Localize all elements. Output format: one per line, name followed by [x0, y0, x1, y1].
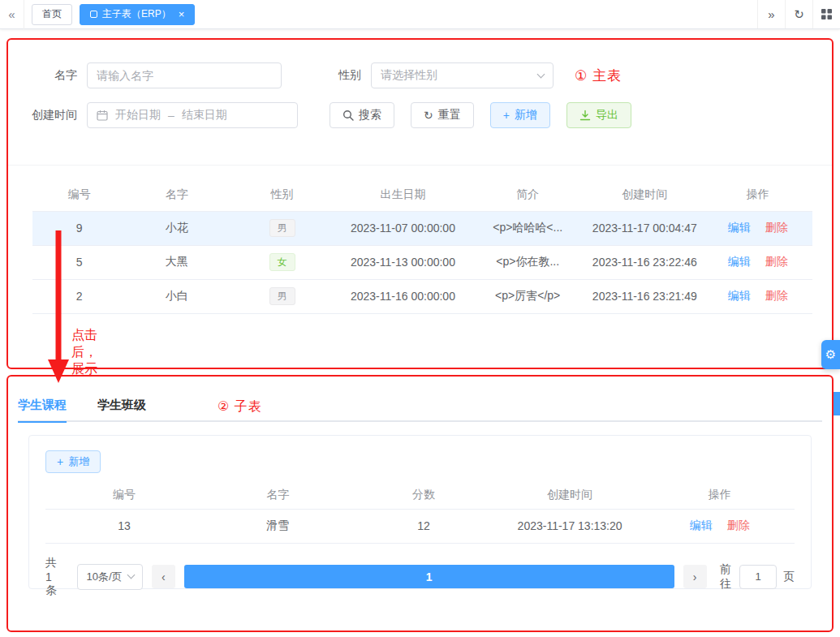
master-table-header-row: 编号 名字 性别 出生日期 简介 创建时间 操作 — [32, 179, 812, 211]
reset-icon: ↻ — [424, 110, 433, 121]
delete-link[interactable]: 删除 — [765, 221, 788, 234]
scroll-tags-right-button[interactable]: » — [757, 0, 785, 28]
delete-link[interactable]: 删除 — [765, 289, 788, 302]
download-icon — [579, 110, 591, 121]
plus-icon: + — [503, 110, 510, 121]
create-time-range-picker[interactable]: 开始日期 – 结束日期 — [87, 102, 298, 128]
column-header: 名字 — [126, 179, 227, 211]
gear-icon: ⚙ — [825, 347, 836, 362]
annotation-master-label: ① 主表 — [575, 67, 622, 85]
child-add-button[interactable]: + 新增 — [45, 450, 101, 473]
reset-button[interactable]: ↻ 重置 — [411, 102, 474, 128]
page-unit-label: 页 — [783, 570, 795, 584]
add-button[interactable]: + 新增 — [490, 102, 550, 128]
close-icon[interactable]: × — [179, 9, 185, 19]
cell-id: 2 — [32, 279, 126, 313]
add-button-label: 新增 — [515, 108, 537, 123]
export-button-label: 导出 — [596, 108, 618, 123]
cell-intro: <p>你在教... — [469, 245, 586, 279]
layout-grid-button[interactable] — [812, 0, 840, 28]
cell-actions: 编辑 删除 — [703, 279, 812, 313]
tab-student-class[interactable]: 学生班级 — [97, 392, 146, 421]
master-panel: 名字 性别 请选择性别 ① 主表 创建时间 开始日期 – 结束日期 — [6, 38, 834, 369]
refresh-icon: ↻ — [794, 7, 804, 22]
search-form-row-2: 创建时间 开始日期 – 结束日期 搜索 ↻ — [8, 102, 832, 128]
cell-id: 9 — [32, 211, 126, 245]
goto-page-input[interactable] — [739, 565, 777, 589]
edit-link[interactable]: 编辑 — [728, 289, 751, 302]
chevron-right-icon: › — [693, 570, 697, 583]
cell-gender: 男 — [227, 211, 337, 245]
table-row[interactable]: 9 小花 男 2023-11-07 00:00:00 <p>哈哈哈<... 20… — [32, 211, 812, 245]
child-add-button-label: 新增 — [68, 454, 89, 469]
column-header: 创建时间 — [586, 179, 703, 211]
cell-gender: 女 — [227, 245, 337, 279]
table-row[interactable]: 5 大黑 女 2023-11-13 00:00:00 <p>你在教... 202… — [32, 245, 812, 279]
child-table-header-row: 编号 名字 分数 创建时间 操作 — [45, 481, 795, 509]
edit-link[interactable]: 编辑 — [728, 221, 751, 234]
cell-birth: 2023-11-16 00:00:00 — [337, 279, 469, 313]
cell-actions: 编辑 删除 — [703, 245, 812, 279]
export-button[interactable]: 导出 — [566, 102, 631, 128]
master-table-wrap: 编号 名字 性别 出生日期 简介 创建时间 操作 9 小花 男 2023-11- — [8, 166, 832, 314]
cell-created: 2023-11-17 13:13:20 — [495, 509, 645, 543]
pagination-total: 共 1 条 — [45, 556, 66, 598]
master-table: 编号 名字 性别 出生日期 简介 创建时间 操作 9 小花 男 2023-11- — [32, 179, 812, 314]
cell-created: 2023-11-17 00:04:47 — [586, 211, 703, 245]
cell-name: 大黑 — [126, 245, 227, 279]
edit-link[interactable]: 编辑 — [690, 519, 713, 532]
tags-view-bar: « 首页 主子表（ERP） × » ↻ — [0, 0, 840, 29]
refresh-page-button[interactable]: ↻ — [785, 0, 812, 28]
edit-link[interactable]: 编辑 — [728, 255, 751, 268]
goto-label: 前往 — [720, 562, 733, 592]
page-size-select[interactable]: 10条/页 — [77, 564, 142, 590]
column-header: 分数 — [352, 481, 494, 509]
next-page-button[interactable]: › — [683, 565, 707, 588]
child-table-card: + 新增 编号 名字 分数 创建时间 操作 — [28, 435, 812, 589]
chevron-left-icon: ‹ — [162, 570, 166, 583]
chevrons-left-icon: « — [8, 7, 15, 21]
chevron-down-icon — [127, 571, 135, 579]
tagbar-controls: » ↻ — [757, 0, 840, 28]
page-number-button[interactable]: 1 — [184, 565, 674, 588]
chevrons-right-icon: » — [768, 7, 774, 21]
calendar-icon — [97, 110, 108, 121]
scroll-tags-left-button[interactable]: « — [0, 0, 24, 29]
search-button[interactable]: 搜索 — [330, 102, 394, 128]
table-row[interactable]: 2 小白 男 2023-11-16 00:00:00 <p>厉害</p> 202… — [32, 279, 812, 313]
cell-created: 2023-11-16 23:21:49 — [586, 279, 703, 313]
tab-home[interactable]: 首页 — [32, 4, 72, 25]
annotation-child-label: ② 子表 — [218, 398, 262, 415]
cell-name: 小花 — [126, 211, 227, 245]
cell-birth: 2023-11-13 00:00:00 — [337, 245, 469, 279]
search-icon — [342, 110, 354, 121]
column-header: 创建时间 — [495, 481, 645, 509]
delete-link[interactable]: 删除 — [727, 519, 750, 532]
table-row[interactable]: 13 滑雪 12 2023-11-17 13:13:20 编辑 删除 — [45, 509, 795, 543]
page-size-value: 10条/页 — [86, 570, 122, 584]
create-time-label: 创建时间 — [8, 108, 87, 123]
column-header: 名字 — [203, 481, 353, 509]
gender-tag: 男 — [269, 287, 295, 305]
tab-label: 首页 — [42, 7, 62, 21]
name-label: 名字 — [8, 68, 87, 83]
cell-actions: 编辑 删除 — [703, 211, 812, 245]
chevron-down-icon — [537, 70, 545, 78]
column-header: 操作 — [703, 179, 812, 211]
date-start-placeholder: 开始日期 — [115, 108, 161, 123]
settings-gear-button[interactable]: ⚙ — [821, 340, 840, 369]
child-tabs: 学生课程 学生班级 ② 子表 — [18, 393, 822, 422]
reset-button-label: 重置 — [438, 108, 461, 123]
cell-gender: 男 — [227, 279, 337, 313]
gender-select[interactable]: 请选择性别 — [371, 62, 554, 88]
cell-actions: 编辑 删除 — [644, 509, 795, 543]
column-header: 操作 — [644, 481, 795, 509]
tab-master-child-erp[interactable]: 主子表（ERP） × — [80, 4, 195, 25]
gender-label: 性别 — [282, 68, 371, 83]
prev-page-button[interactable]: ‹ — [152, 565, 175, 588]
column-header: 性别 — [227, 179, 337, 211]
name-input[interactable] — [87, 62, 282, 88]
date-separator: – — [168, 109, 174, 122]
tab-student-course[interactable]: 学生课程 — [18, 392, 67, 421]
delete-link[interactable]: 删除 — [765, 255, 788, 268]
